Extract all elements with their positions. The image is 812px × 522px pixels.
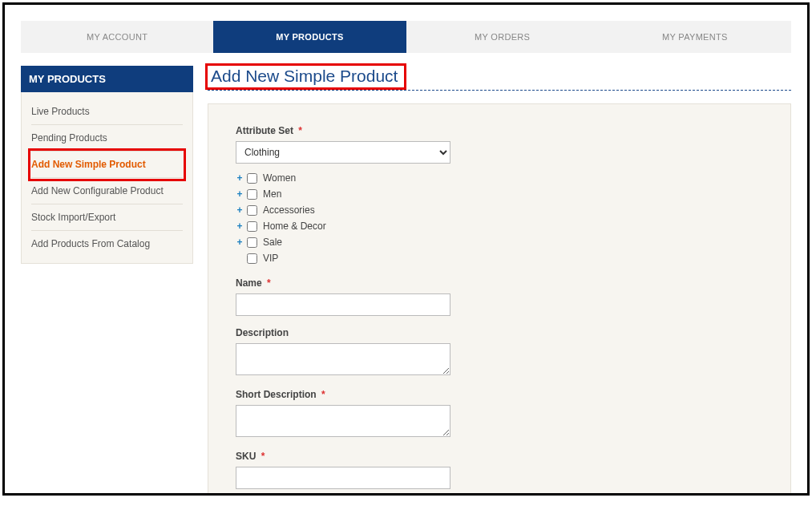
page-title-highlight: Add New Simple Product	[208, 66, 404, 87]
sku-input[interactable]	[236, 467, 450, 489]
sidebar-item-pending-products[interactable]: Pending Products	[31, 125, 183, 152]
sidebar-item-add-new-configurable-product[interactable]: Add New Configurable Product	[31, 178, 183, 204]
tab-my-products[interactable]: MY PRODUCTS	[213, 21, 406, 53]
sidebar-body: Live Products Pending Products Add New S…	[21, 92, 193, 264]
tree-label-vip[interactable]: VIP	[263, 250, 278, 266]
content-area: MY PRODUCTS Live Products Pending Produc…	[5, 53, 807, 496]
description-label-text: Description	[236, 327, 289, 338]
attribute-set-label-text: Attribute Set	[236, 125, 293, 136]
checkbox-men[interactable]	[247, 189, 257, 200]
expand-icon[interactable]: +	[236, 218, 244, 234]
sidebar-item-live-products[interactable]: Live Products	[31, 99, 183, 125]
short-description-label-text: Short Description	[236, 389, 317, 400]
tree-label-men[interactable]: Men	[263, 186, 281, 202]
tree-row-men: + Men	[236, 186, 763, 202]
sidebar-title: MY PRODUCTS	[21, 66, 193, 92]
main-panel: Add New Simple Product Attribute Set * C…	[208, 66, 791, 496]
checkbox-vip[interactable]	[247, 253, 257, 264]
checkbox-women[interactable]	[247, 173, 257, 184]
sidebar-item-stock-import-export[interactable]: Stock Import/Export	[31, 204, 183, 231]
name-input[interactable]	[236, 293, 450, 316]
tree-label-women[interactable]: Women	[263, 170, 296, 186]
tab-my-account[interactable]: MY ACCOUNT	[21, 21, 213, 53]
name-label-text: Name	[236, 277, 262, 289]
sidebar-item-add-products-from-catalog[interactable]: Add Products From Catalog	[31, 231, 183, 257]
short-description-label: Short Description *	[236, 389, 763, 400]
tree-row-accessories: + Accessories	[236, 202, 763, 218]
app-frame: MY ACCOUNT MY PRODUCTS MY ORDERS MY PAYM…	[2, 2, 810, 496]
required-mark: *	[298, 125, 302, 136]
description-textarea[interactable]	[236, 343, 450, 375]
tree-label-sale[interactable]: Sale	[263, 234, 282, 250]
tree-label-accessories[interactable]: Accessories	[263, 202, 315, 218]
sku-label: SKU *	[236, 451, 763, 462]
tree-row-vip: VIP	[236, 250, 763, 266]
checkbox-sale[interactable]	[247, 237, 257, 248]
required-mark: *	[261, 451, 265, 462]
required-mark: *	[321, 389, 325, 400]
expand-icon[interactable]: +	[236, 170, 244, 186]
tree-label-home-decor[interactable]: Home & Decor	[263, 218, 326, 234]
name-label: Name *	[236, 277, 763, 289]
tree-row-home-decor: + Home & Decor	[236, 218, 763, 234]
top-tabs: MY ACCOUNT MY PRODUCTS MY ORDERS MY PAYM…	[21, 21, 791, 53]
attribute-set-label: Attribute Set *	[236, 125, 763, 136]
attribute-set-select[interactable]: Clothing	[236, 141, 450, 164]
short-description-textarea[interactable]	[236, 405, 450, 437]
category-tree: + Women + Men + Accessories	[236, 170, 763, 266]
sidebar: MY PRODUCTS Live Products Pending Produc…	[21, 66, 193, 496]
checkbox-accessories[interactable]	[247, 205, 257, 216]
expand-icon[interactable]: +	[236, 186, 244, 202]
tab-my-payments[interactable]: MY PAYMENTS	[599, 21, 791, 53]
product-form: Attribute Set * Clothing + Women + M	[208, 103, 791, 496]
tree-row-sale: + Sale	[236, 234, 763, 250]
sidebar-item-add-new-simple-product[interactable]: Add New Simple Product	[31, 152, 183, 178]
page-title-wrap: Add New Simple Product	[208, 66, 791, 91]
page-title: Add New Simple Product	[211, 67, 398, 88]
expand-icon[interactable]: +	[236, 234, 244, 250]
description-label: Description	[236, 327, 763, 338]
tab-my-orders[interactable]: MY ORDERS	[406, 21, 599, 53]
checkbox-home-decor[interactable]	[247, 221, 257, 232]
expand-icon[interactable]: +	[236, 202, 244, 218]
required-mark: *	[267, 277, 271, 289]
sku-label-text: SKU	[236, 451, 256, 462]
tree-row-women: + Women	[236, 170, 763, 186]
